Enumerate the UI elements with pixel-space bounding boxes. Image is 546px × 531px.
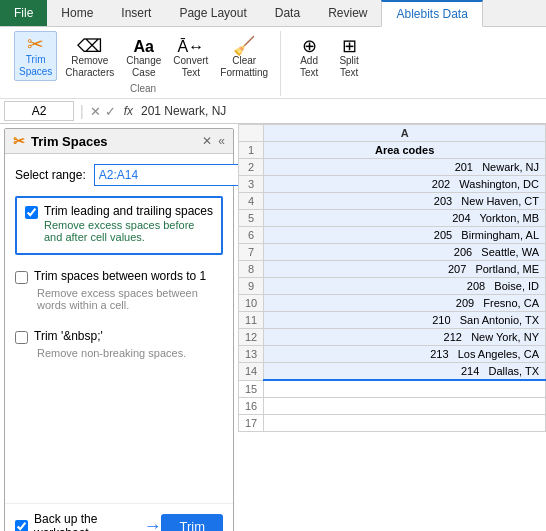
panel-close-icon[interactable]: ✕ [202, 134, 212, 148]
panel-title-text: Trim Spaces [31, 134, 108, 149]
add-text-button[interactable]: ⊕ AddText [291, 35, 327, 81]
ribbon-buttons-text: ⊕ AddText ⊞ SplitText [291, 35, 367, 81]
cell-a16 [264, 397, 546, 414]
row-num-17: 17 [239, 414, 264, 431]
row-num-8: 8 [239, 261, 264, 278]
row-num-12: 12 [239, 329, 264, 346]
ribbon-tab-bar: File Home Insert Page Layout Data Review… [0, 0, 546, 27]
panel-footer: Back up the worksheet → Trim [5, 503, 233, 531]
convert-text-icon: Ā↔ [177, 39, 204, 55]
cell-a12[interactable]: 212 New York, NY [264, 329, 546, 346]
trim-between-words-sub: Remove excess spaces between words withi… [15, 287, 223, 311]
table-row: 13 213 Los Angeles, CA [239, 346, 546, 363]
trim-nbsp-row: Trim '&nbsp;' [15, 329, 223, 344]
table-row: 16 [239, 397, 546, 414]
backup-checkbox[interactable] [15, 520, 28, 532]
formula-fx-label: fx [124, 104, 133, 118]
text-group-label [328, 83, 331, 94]
cell-a7[interactable]: 206 Seattle, WA [264, 244, 546, 261]
tab-ablebits-data[interactable]: Ablebits Data [381, 0, 482, 27]
area-codes-header-cell[interactable]: Area codes [264, 142, 546, 159]
remove-characters-button[interactable]: ⌫ RemoveCharacters [61, 35, 118, 81]
trim-button[interactable]: Trim [161, 514, 223, 532]
cell-a6[interactable]: 205 Birmingham, AL [264, 227, 546, 244]
add-text-label: AddText [300, 55, 318, 79]
change-case-button[interactable]: Aa ChangeCase [122, 37, 165, 81]
ribbon: File Home Insert Page Layout Data Review… [0, 0, 546, 99]
tab-home[interactable]: Home [47, 0, 107, 26]
arrow-right-icon: → [143, 516, 161, 532]
name-box[interactable] [4, 101, 74, 121]
row-num-9: 9 [239, 278, 264, 295]
table-row: 6 205 Birmingham, AL [239, 227, 546, 244]
formula-confirm-icon[interactable]: ✓ [105, 104, 116, 119]
cell-a3[interactable]: 202 Washington, DC [264, 176, 546, 193]
change-case-label: ChangeCase [126, 55, 161, 79]
formula-value: 201 Newark, NJ [137, 102, 542, 120]
trim-nbsp-checkbox[interactable] [15, 331, 28, 344]
backup-label: Back up the worksheet [34, 512, 137, 531]
cell-a9[interactable]: 208 Boise, ID [264, 278, 546, 295]
formula-divider: | [78, 103, 86, 119]
cell-a17 [264, 414, 546, 431]
corner-cell [239, 125, 264, 142]
range-label: Select range: [15, 168, 86, 182]
trim-leading-trailing-checkbox[interactable] [25, 206, 38, 219]
tab-page-layout[interactable]: Page Layout [165, 0, 260, 26]
trim-spaces-icon: ✂ [27, 34, 44, 54]
col-a-header[interactable]: A [264, 125, 546, 142]
panel-collapse-icon[interactable]: « [218, 134, 225, 148]
row-num-16: 16 [239, 397, 264, 414]
trim-spaces-button[interactable]: ✂ TrimSpaces [14, 31, 57, 81]
tab-data[interactable]: Data [261, 0, 314, 26]
row-num-15: 15 [239, 380, 264, 397]
trim-leading-trailing-sub: Remove excess spaces before and after ce… [44, 219, 213, 243]
ribbon-group-clean: ✂ TrimSpaces ⌫ RemoveCharacters Aa Chang… [6, 31, 281, 96]
cell-a13[interactable]: 213 Los Angeles, CA [264, 346, 546, 363]
row-num-10: 10 [239, 295, 264, 312]
main-area: ✂ Trim Spaces ✕ « Select range: ⊞ [0, 124, 546, 531]
trim-leading-trailing-label: Trim leading and trailing spaces [44, 204, 213, 218]
clear-formatting-icon: 🧹 [233, 37, 255, 55]
cell-a10[interactable]: 209 Fresno, CA [264, 295, 546, 312]
cell-a14[interactable]: 214 Dallas, TX [264, 363, 546, 381]
split-text-button[interactable]: ⊞ SplitText [331, 35, 367, 81]
tab-file[interactable]: File [0, 0, 47, 26]
cell-a8[interactable]: 207 Portland, ME [264, 261, 546, 278]
tab-review[interactable]: Review [314, 0, 381, 26]
trim-nbsp-sub: Remove non-breaking spaces. [15, 347, 223, 359]
cell-a4[interactable]: 203 New Haven, CT [264, 193, 546, 210]
trim-between-words-checkbox[interactable] [15, 271, 28, 284]
clean-group-label: Clean [130, 83, 156, 94]
panel-header: ✂ Trim Spaces ✕ « [5, 129, 233, 154]
split-text-icon: ⊞ [342, 37, 357, 55]
cell-a2[interactable]: 201 Newark, NJ [264, 159, 546, 176]
backup-row: Back up the worksheet → [15, 512, 161, 531]
panel-controls: ✕ « [202, 134, 225, 148]
table-row: 7 206 Seattle, WA [239, 244, 546, 261]
clear-formatting-button[interactable]: 🧹 ClearFormatting [216, 35, 272, 81]
scissors-icon: ✂ [13, 133, 25, 149]
sheet-table: A 1 Area codes 2 201 Newark, NJ 3 202 Wa… [238, 124, 546, 432]
tab-insert[interactable]: Insert [107, 0, 165, 26]
row-num-4: 4 [239, 193, 264, 210]
option-trim-leading-trailing-box: Trim leading and trailing spaces Remove … [15, 196, 223, 255]
table-row: 3 202 Washington, DC [239, 176, 546, 193]
trim-spaces-panel: ✂ Trim Spaces ✕ « Select range: ⊞ [4, 128, 234, 531]
formula-cancel-icon[interactable]: ✕ [90, 104, 101, 119]
cell-a11[interactable]: 210 San Antonio, TX [264, 312, 546, 329]
table-row: 1 Area codes [239, 142, 546, 159]
range-input[interactable] [99, 168, 249, 182]
cell-a5[interactable]: 204 Yorkton, MB [264, 210, 546, 227]
panel-title-row: ✂ Trim Spaces [13, 133, 108, 149]
table-row: 14 214 Dallas, TX [239, 363, 546, 381]
spreadsheet: A 1 Area codes 2 201 Newark, NJ 3 202 Wa… [238, 124, 546, 531]
table-row: 10 209 Fresno, CA [239, 295, 546, 312]
row-num-7: 7 [239, 244, 264, 261]
trim-spaces-label: TrimSpaces [19, 54, 52, 78]
ribbon-content: ✂ TrimSpaces ⌫ RemoveCharacters Aa Chang… [0, 27, 546, 98]
convert-text-button[interactable]: Ā↔ ConvertText [169, 37, 212, 81]
row-num-6: 6 [239, 227, 264, 244]
remove-characters-label: RemoveCharacters [65, 55, 114, 79]
row-num-3: 3 [239, 176, 264, 193]
